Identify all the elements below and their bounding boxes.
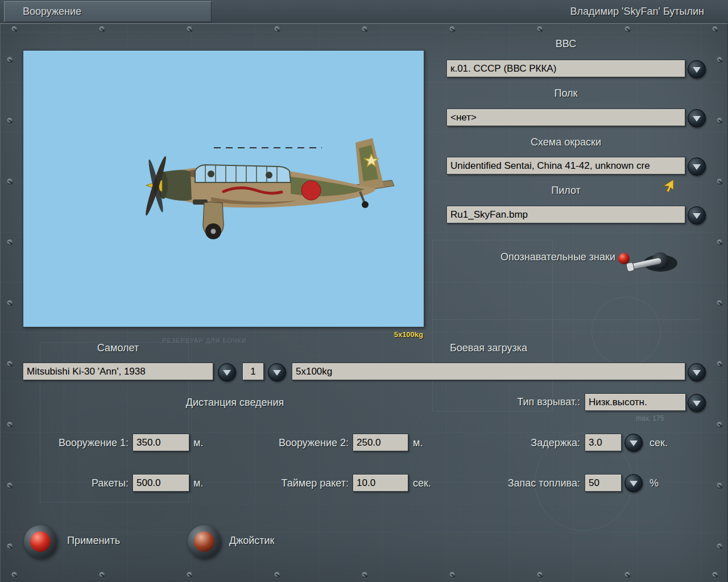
rockets-label: Ракеты:: [17, 477, 129, 489]
screw-icon: [717, 483, 723, 489]
screw-icon: [717, 300, 723, 306]
screw-icon: [362, 26, 368, 32]
fuel-input[interactable]: [585, 474, 622, 492]
regiment-dropdown[interactable]: <нет>: [446, 109, 685, 126]
screw-icon: [274, 26, 280, 32]
loadout-dropdown[interactable]: 5x100kg: [292, 363, 685, 380]
screw-icon: [11, 26, 18, 32]
screw-icon: [7, 361, 13, 367]
markings-toggle[interactable]: [617, 243, 682, 275]
rocket-timer-unit: сек.: [413, 477, 431, 489]
rocket-timer-input[interactable]: [353, 474, 408, 492]
screw-icon: [7, 178, 13, 185]
joystick-button[interactable]: [188, 525, 221, 558]
loadout-caption: 5x100kg: [341, 330, 423, 339]
screw-icon: [712, 572, 718, 578]
toggle-switch-icon: [617, 243, 682, 275]
screw-icon: [187, 572, 193, 578]
apply-button[interactable]: [24, 525, 57, 558]
convergence-label: Дистанция сведения: [93, 397, 377, 409]
aircraft-preview: [23, 50, 424, 327]
screw-icon: [362, 572, 368, 578]
delay-dropdown-arrow[interactable]: [624, 434, 643, 452]
loadout-label: Боевая загрузка: [292, 342, 685, 354]
aircraft-dropdown[interactable]: Mitsubishi Ki-30 'Ann', 1938: [23, 363, 213, 380]
blueprint-shape: [592, 297, 661, 366]
paint-scheme-label: Схема окраски: [446, 136, 685, 148]
delay-label: Задержка:: [486, 437, 580, 449]
weapon2-label: Вооружение 2:: [239, 437, 349, 449]
screw-icon: [712, 26, 718, 32]
screw-icon: [7, 57, 13, 63]
screw-icon: [274, 572, 280, 578]
mouse-cursor: [662, 179, 675, 193]
aircraft-label: Самолет: [23, 342, 213, 354]
screw-icon: [11, 572, 18, 578]
regiment-dropdown-arrow[interactable]: [688, 109, 706, 127]
fuel-dropdown-arrow[interactable]: [624, 474, 643, 492]
apply-button-label: Применить: [67, 535, 120, 547]
screw-icon: [717, 543, 723, 550]
tab-armament[interactable]: Вооружение: [4, 1, 212, 22]
delay-unit: сек.: [650, 437, 668, 449]
loadout-dropdown-arrow[interactable]: [688, 363, 706, 381]
fuse-type-dropdown-arrow[interactable]: [688, 394, 706, 412]
screw-icon: [449, 26, 456, 32]
blueprint-shape: [432, 240, 553, 411]
aircraft-count-field[interactable]: 1: [242, 363, 264, 380]
screw-icon: [7, 543, 13, 550]
panel-edge: [0, 23, 1, 582]
aircraft-dropdown-arrow[interactable]: [218, 363, 236, 381]
blueprint-line: [432, 319, 700, 320]
screw-icon: [717, 361, 723, 367]
rocket-timer-label: Таймер ракет:: [239, 477, 349, 489]
pilot-dropdown-arrow[interactable]: [688, 206, 706, 225]
main-panel: max. 175 РЕЗЕРВУАР ДЛЯ БОЧКИ: [0, 23, 728, 582]
top-bar: Вооружение Владимир 'SkyFan' Бутылин: [0, 0, 728, 24]
airforce-label: ВВС: [446, 38, 685, 50]
weapon2-unit: м.: [413, 437, 423, 449]
screw-icon: [717, 239, 723, 246]
screw-icon: [187, 26, 193, 32]
markings-label: Опознавательные знаки: [438, 251, 615, 263]
weapon1-label: Вооружение 1:: [17, 437, 129, 449]
screw-icon: [717, 422, 723, 428]
rockets-unit: м.: [193, 477, 203, 489]
joystick-button-label: Джойстик: [229, 535, 274, 547]
screw-icon: [7, 118, 13, 124]
screw-icon: [537, 572, 543, 578]
screw-icon: [717, 178, 723, 185]
fuel-unit: %: [650, 477, 659, 489]
weapon2-input[interactable]: [353, 434, 408, 451]
rockets-input[interactable]: [133, 474, 189, 492]
player-name: Владимир 'SkyFan' Бутылин: [570, 0, 704, 23]
apply-button-cap: [30, 531, 51, 552]
weapon1-input[interactable]: [133, 434, 189, 451]
blueprint-text: max. 175: [636, 414, 664, 422]
paint-scheme-dropdown-arrow[interactable]: [688, 157, 706, 176]
screw-icon: [624, 26, 631, 32]
weapon1-unit: м.: [193, 437, 203, 449]
screw-icon: [7, 239, 13, 246]
screw-icon: [7, 422, 13, 428]
pilot-label: Пилот: [446, 185, 685, 197]
airforce-dropdown-arrow[interactable]: [688, 60, 706, 78]
airforce-dropdown[interactable]: к.01. СССР (ВВС РККА): [446, 60, 685, 77]
fuse-type-dropdown[interactable]: Низк.высотн.: [585, 393, 686, 411]
screw-icon: [537, 26, 543, 32]
aircraft-image: [23, 51, 424, 327]
screw-icon: [717, 57, 723, 63]
tab-armament-label: Вооружение: [23, 2, 81, 22]
pilot-dropdown[interactable]: Ru1_SkyFan.bmp: [446, 206, 685, 223]
fuel-label: Запас топлива:: [486, 477, 580, 489]
screw-icon: [7, 483, 13, 489]
joystick-button-cap: [194, 531, 214, 552]
screw-icon: [717, 118, 723, 124]
screw-icon: [449, 572, 456, 578]
delay-input[interactable]: [585, 434, 622, 451]
screw-icon: [624, 572, 631, 578]
aircraft-count-arrow[interactable]: [268, 363, 286, 381]
paint-scheme-dropdown[interactable]: Unidentified Sentai, China 41-42, unknow…: [446, 157, 685, 174]
regiment-label: Полк: [446, 88, 685, 99]
screw-icon: [7, 300, 13, 306]
